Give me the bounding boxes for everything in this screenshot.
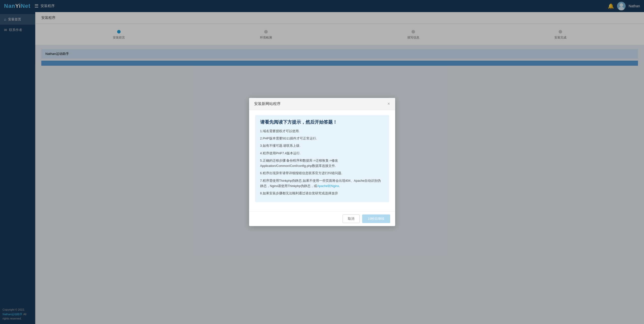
notice-item-2: 2.PHP版本需要5G11插件才可正常运行. bbox=[260, 136, 384, 141]
notice-item-5: 5.正确的迁移步骤:备份程序和数据库->迁移恢复->修改Application/… bbox=[260, 158, 384, 169]
modal-notice-title: 请看先阅读下方提示，然后开始答题！ bbox=[260, 119, 384, 125]
modal-footer: 取消 19秒后继续 bbox=[249, 211, 395, 226]
modal-notice-box: 请看先阅读下方提示，然后开始答题！ 1.域名需要授权才可以使用. 2.PHP版本… bbox=[255, 115, 389, 202]
notice-item-3: 3.如有不懂可题.请联系上级. bbox=[260, 143, 384, 149]
notice-item-1: 1.域名需要授权才可以使用. bbox=[260, 129, 384, 134]
modal-body: 请看先阅读下方提示，然后开始答题！ 1.域名需要授权才可以使用. 2.PHP版本… bbox=[249, 110, 395, 211]
install-modal: 安装新网站程序 × 请看先阅读下方提示，然后开始答题！ 1.域名需要授权才可以使… bbox=[249, 98, 395, 226]
modal-overlay: 安装新网站程序 × 请看先阅读下方提示，然后开始答题！ 1.域名需要授权才可以使… bbox=[0, 0, 644, 324]
apache-nginx-link[interactable]: Apache转Nginx bbox=[317, 184, 339, 188]
notice-item-6: 6.程序出现异常请带详细报错信息联系官方进行纠错问题. bbox=[260, 171, 384, 176]
modal-title: 安装新网站程序 bbox=[254, 101, 281, 106]
modal-header: 安装新网站程序 × bbox=[249, 98, 395, 110]
notice-item-8: 8.如果安装步骤都无法顺利通过请自觉研究或选择放弃 bbox=[260, 191, 384, 196]
cancel-button[interactable]: 取消 bbox=[343, 214, 360, 223]
next-button[interactable]: 19秒后继续 bbox=[362, 214, 390, 223]
modal-close-button[interactable]: × bbox=[387, 101, 390, 106]
notice-item-4: 4.程序使用PHP7.4版本运行. bbox=[260, 151, 384, 156]
notice-item-7: 7.程序需使用Thinkphp伪静态.如果不使用一些页面将会出现404、Apac… bbox=[260, 178, 384, 189]
